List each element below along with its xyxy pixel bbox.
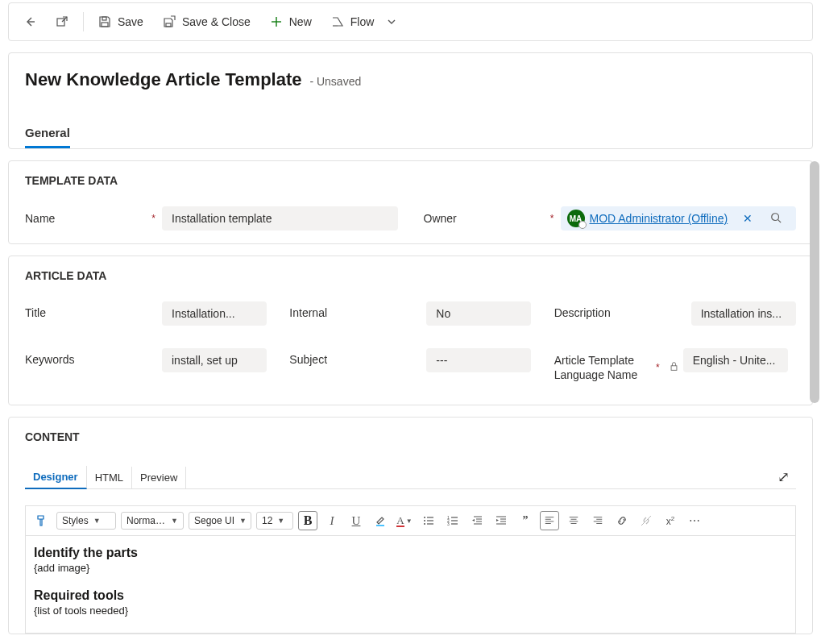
more-button[interactable]: ⋯ bbox=[685, 511, 704, 530]
back-button[interactable] bbox=[15, 10, 44, 33]
page-title: New Knowledge Article Template bbox=[25, 69, 302, 89]
svg-point-12 bbox=[424, 517, 425, 518]
editor-tabs: Designer HTML Preview ⤢ bbox=[25, 466, 796, 489]
editor-tab-preview[interactable]: Preview bbox=[132, 467, 186, 488]
lock-icon bbox=[670, 362, 678, 373]
open-in-new-button[interactable] bbox=[48, 10, 77, 33]
svg-rect-5 bbox=[166, 23, 171, 27]
content-heading-2: Required tools bbox=[34, 588, 787, 603]
subject-input[interactable]: --- bbox=[426, 348, 531, 372]
owner-lookup[interactable]: MA MOD Administrator (Offline) ✕ bbox=[561, 206, 797, 231]
svg-rect-1 bbox=[57, 19, 64, 26]
new-label: New bbox=[289, 15, 312, 28]
rte-toolbar: Styles▼ Normal (...▼ Segoe UI▼ 12▼ B I U… bbox=[25, 506, 796, 536]
keywords-label: Keywords bbox=[25, 348, 162, 366]
editor-tab-html[interactable]: HTML bbox=[87, 467, 132, 488]
section-title-content: CONTENT bbox=[25, 430, 796, 443]
bullet-list-button[interactable] bbox=[419, 511, 438, 530]
avatar: MA bbox=[567, 210, 585, 227]
name-label: Name * bbox=[25, 212, 162, 225]
svg-point-14 bbox=[424, 523, 425, 525]
required-indicator: * bbox=[656, 362, 660, 373]
bold-button[interactable]: B bbox=[298, 511, 317, 530]
new-button[interactable]: New bbox=[262, 10, 320, 33]
save-close-button[interactable]: Save & Close bbox=[155, 10, 259, 33]
title-input[interactable]: Installation... bbox=[162, 301, 267, 326]
align-left-button[interactable] bbox=[540, 511, 559, 530]
content-section: CONTENT Designer HTML Preview ⤢ Styles▼ … bbox=[8, 417, 813, 634]
highlight-color-button[interactable] bbox=[371, 511, 390, 530]
section-title-template: TEMPLATE DATA bbox=[25, 174, 796, 187]
save-close-icon bbox=[163, 15, 176, 28]
field-description: Description Installation ins... bbox=[554, 301, 796, 326]
styles-dropdown[interactable]: Styles▼ bbox=[56, 512, 116, 530]
save-close-label: Save & Close bbox=[182, 15, 251, 28]
editor-tab-designer[interactable]: Designer bbox=[25, 466, 87, 489]
underline-button[interactable]: U bbox=[346, 511, 366, 530]
field-subject: Subject --- bbox=[289, 348, 531, 382]
superscript-button[interactable]: x2 bbox=[661, 511, 680, 530]
owner-link[interactable]: MOD Administrator (Offline) bbox=[590, 212, 734, 225]
numbered-list-button[interactable]: 123 bbox=[443, 511, 462, 530]
svg-point-8 bbox=[772, 213, 779, 220]
command-bar: Save Save & Close New Flow bbox=[8, 2, 813, 41]
language-input[interactable]: English - Unite... bbox=[683, 348, 788, 372]
field-title: Title Installation... bbox=[25, 301, 267, 326]
italic-button[interactable]: I bbox=[322, 511, 342, 530]
align-right-button[interactable] bbox=[588, 511, 607, 530]
chevron-down-icon bbox=[385, 15, 398, 28]
scrollbar[interactable] bbox=[810, 161, 819, 403]
format-painter-icon[interactable] bbox=[32, 511, 52, 530]
content-placeholder-1: {add image} bbox=[34, 562, 787, 574]
svg-rect-11 bbox=[376, 525, 384, 526]
flow-button[interactable]: Flow bbox=[323, 10, 407, 33]
form-tabs: General bbox=[25, 119, 796, 148]
save-label: Save bbox=[118, 15, 143, 28]
svg-text:3: 3 bbox=[447, 521, 450, 526]
internal-label: Internal bbox=[289, 301, 426, 319]
outdent-button[interactable] bbox=[467, 511, 487, 530]
content-heading-1: Identify the parts bbox=[34, 546, 787, 560]
blockquote-button[interactable]: ” bbox=[516, 511, 535, 530]
article-data-section: ARTICLE DATA Title Installation... Inter… bbox=[8, 256, 813, 405]
open-new-window-icon bbox=[56, 15, 68, 28]
flow-label: Flow bbox=[350, 15, 375, 28]
font-dropdown[interactable]: Segoe UI▼ bbox=[189, 512, 251, 530]
owner-label: Owner * bbox=[424, 212, 561, 225]
link-button[interactable] bbox=[612, 511, 632, 530]
size-dropdown[interactable]: 12▼ bbox=[256, 512, 293, 530]
name-input[interactable]: Installation template bbox=[162, 206, 398, 231]
search-icon[interactable] bbox=[762, 212, 790, 226]
plus-icon bbox=[270, 15, 283, 28]
title-label: Title bbox=[25, 301, 162, 319]
svg-rect-3 bbox=[102, 23, 108, 27]
format-dropdown[interactable]: Normal (...▼ bbox=[121, 512, 184, 530]
toolbar-separator bbox=[83, 12, 84, 31]
svg-line-9 bbox=[778, 219, 782, 222]
align-center-button[interactable] bbox=[564, 511, 583, 530]
arrow-left-icon bbox=[23, 15, 36, 28]
internal-input[interactable]: No bbox=[426, 301, 531, 326]
section-title-article: ARTICLE DATA bbox=[25, 269, 796, 282]
save-status: - Unsaved bbox=[309, 75, 361, 88]
svg-rect-10 bbox=[671, 366, 677, 371]
content-placeholder-2: {list of tools needed} bbox=[34, 605, 787, 617]
description-input[interactable]: Installation ins... bbox=[691, 301, 796, 326]
unlink-button[interactable] bbox=[636, 511, 656, 530]
save-icon bbox=[98, 15, 111, 28]
tab-general[interactable]: General bbox=[25, 119, 70, 148]
svg-rect-4 bbox=[102, 17, 106, 20]
editor-body[interactable]: Identify the parts {add image} Required … bbox=[25, 536, 796, 634]
owner-clear-button[interactable]: ✕ bbox=[738, 212, 757, 225]
svg-line-44 bbox=[641, 516, 651, 526]
keywords-input[interactable]: install, set up bbox=[162, 348, 267, 372]
indent-button[interactable] bbox=[491, 511, 511, 530]
field-name: Name * Installation template bbox=[25, 206, 398, 231]
template-data-section: TEMPLATE DATA Name * Installation templa… bbox=[8, 160, 813, 244]
save-button[interactable]: Save bbox=[90, 10, 151, 33]
language-label: Article Template Language Name * bbox=[554, 348, 683, 382]
form-header: New Knowledge Article Template - Unsaved… bbox=[8, 52, 813, 149]
field-owner: Owner * MA MOD Administrator (Offline) ✕ bbox=[424, 206, 797, 231]
expand-icon[interactable]: ⤢ bbox=[777, 468, 790, 486]
font-color-button[interactable]: A▼ bbox=[395, 511, 414, 530]
